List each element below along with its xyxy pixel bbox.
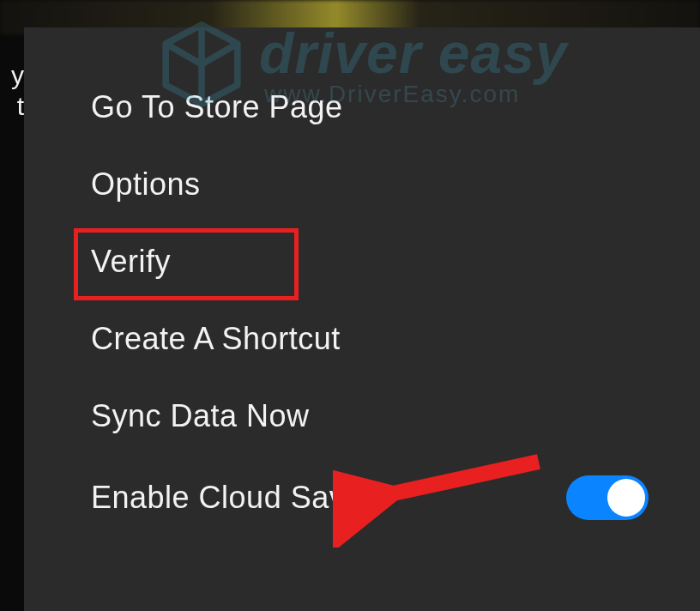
truncated-left-text: y t (0, 34, 24, 137)
menu-item-label: Create A Shortcut (91, 321, 341, 357)
context-menu-panel: Go To Store Page Options Verify Create A… (24, 27, 700, 611)
menu-item-store-page[interactable]: Go To Store Page (24, 69, 700, 146)
left-text-line2: t (0, 91, 24, 122)
menu-item-sync-data[interactable]: Sync Data Now (24, 378, 700, 455)
menu-item-options[interactable]: Options (24, 146, 700, 223)
toggle-knob (607, 479, 645, 517)
menu-item-label: Options (91, 166, 201, 203)
menu-item-enable-cloud-save[interactable]: Enable Cloud Save (24, 455, 700, 541)
menu-item-label: Go To Store Page (91, 89, 343, 125)
menu-item-create-shortcut[interactable]: Create A Shortcut (24, 300, 700, 378)
cloud-save-toggle[interactable] (566, 475, 649, 520)
menu-item-label: Enable Cloud Save (91, 480, 363, 516)
left-text-line1: y (0, 60, 24, 91)
menu-item-verify[interactable]: Verify (24, 223, 700, 300)
menu-item-label: Verify (91, 244, 171, 280)
menu-item-label: Sync Data Now (91, 398, 310, 434)
